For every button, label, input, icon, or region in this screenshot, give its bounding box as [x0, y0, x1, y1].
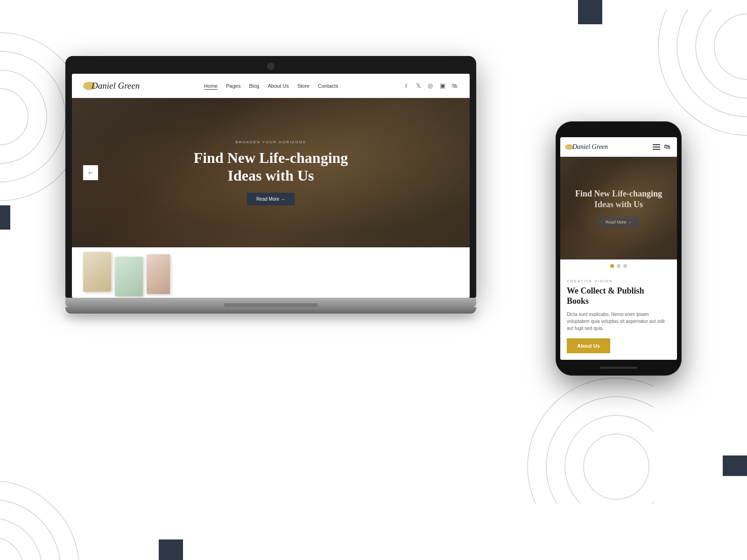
phone-notch: [600, 125, 637, 133]
laptop-website-header: Daniel Green Home Pages Blog About Us St…: [72, 74, 470, 98]
nav-item-about[interactable]: About Us: [268, 83, 289, 89]
carousel-dot-3[interactable]: [623, 264, 627, 268]
phone-logo: Daniel Green: [567, 143, 608, 151]
laptop-camera: [267, 63, 275, 70]
laptop-hero-section: ← BROADEN YOUR HORIZONS Find New Life-ch…: [72, 98, 470, 247]
svg-point-5: [696, 9, 747, 98]
phone-carousel-dots: [560, 259, 677, 273]
nav-item-pages[interactable]: Pages: [226, 83, 240, 89]
phone-header-icons: 🛍: [653, 143, 670, 151]
nav-item-home[interactable]: Home: [204, 83, 218, 89]
svg-point-2: [0, 51, 65, 182]
carousel-dot-2[interactable]: [617, 264, 620, 268]
phone-website-header: Daniel Green 🛍: [560, 137, 677, 157]
hero-subtitle: BROADEN YOUR HORIZONS: [194, 140, 348, 144]
phone-notch-area: [558, 121, 679, 137]
hamburger-menu-icon[interactable]: [653, 144, 660, 150]
laptop-logo-text: Daniel Green: [83, 81, 140, 91]
svg-point-8: [0, 537, 23, 560]
phone-screen: Daniel Green 🛍 Find New Life-changing Id…: [560, 137, 677, 360]
hero-read-more-button[interactable]: Read More →: [247, 193, 295, 205]
hero-prev-button[interactable]: ←: [83, 165, 98, 180]
laptop-stand: [65, 307, 476, 314]
phone-about-us-button[interactable]: About Us: [567, 338, 610, 353]
hero-content: BROADEN YOUR HORIZONS Find New Life-chan…: [194, 140, 348, 206]
main-scene: Daniel Green Home Pages Blog About Us St…: [65, 28, 682, 523]
laptop-screen: Daniel Green Home Pages Blog About Us St…: [72, 74, 470, 298]
svg-point-9: [0, 518, 42, 560]
phone-hero-texture: [560, 157, 677, 259]
carousel-dot-1[interactable]: [610, 264, 614, 268]
nav-item-blog[interactable]: Blog: [249, 83, 259, 89]
svg-point-4: [714, 14, 747, 79]
phone-bottom-bar: [558, 360, 679, 376]
facebook-icon[interactable]: f: [402, 82, 410, 90]
phone-content-text: Dicta sunt explicabo. Nemo enim ipsam vo…: [567, 311, 670, 332]
laptop-bottom-section: [72, 247, 470, 298]
laptop-device: Daniel Green Home Pages Blog About Us St…: [65, 56, 476, 314]
laptop-logo: Daniel Green: [83, 81, 140, 91]
hero-title: Find New Life-changing Ideas with Us: [194, 149, 348, 185]
deco-square-1: [578, 0, 602, 24]
deco-square-4: [159, 539, 183, 560]
phone-device: Daniel Green 🛍 Find New Life-changing Id…: [556, 121, 682, 376]
book-cover-3: [147, 254, 170, 294]
deco-square-3: [0, 205, 10, 230]
nav-item-store[interactable]: Store: [297, 83, 310, 89]
laptop-bezel: Daniel Green Home Pages Blog About Us St…: [65, 56, 476, 298]
cart-icon[interactable]: 🛍: [451, 82, 458, 90]
book-cover-1: [83, 252, 111, 292]
phone-bezel: Daniel Green 🛍 Find New Life-changing Id…: [556, 121, 682, 376]
deco-square-2: [723, 455, 747, 476]
phone-content-label: CREATIVE VISION: [567, 279, 670, 283]
svg-point-10: [0, 499, 61, 560]
svg-point-6: [677, 9, 747, 117]
laptop-base: [65, 298, 476, 307]
svg-point-0: [0, 89, 28, 145]
phone-hero-section: Find New Life-changing Ideas with Us Rea…: [560, 157, 677, 259]
phone-logo-text: Daniel Green: [567, 143, 608, 150]
laptop-social-icons: f 𝕏 ◎ ▣ 🛍: [402, 82, 458, 90]
book-cover-2: [115, 257, 143, 296]
book-preview: [83, 252, 170, 296]
phone-home-indicator: [600, 367, 637, 369]
phone-cart-icon[interactable]: 🛍: [664, 143, 670, 151]
twitter-icon[interactable]: 𝕏: [415, 82, 422, 90]
nav-item-contacts[interactable]: Contacts: [318, 83, 338, 89]
phone-content-title: We Collect & Publish Books: [567, 286, 670, 306]
dribbble-icon[interactable]: ◎: [427, 82, 434, 90]
svg-point-1: [0, 70, 47, 163]
laptop-nav: Home Pages Blog About Us Store Contacts: [204, 83, 338, 89]
phone-content-section: CREATIVE VISION We Collect & Publish Boo…: [560, 273, 677, 360]
instagram-icon[interactable]: ▣: [439, 82, 446, 90]
